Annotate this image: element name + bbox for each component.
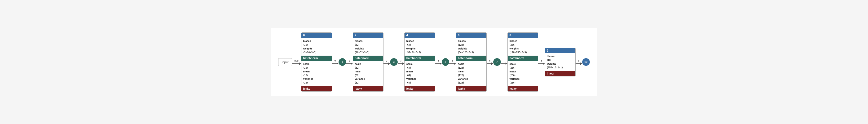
block-2-variance: variance⟨32⟩	[355, 77, 381, 85]
line-9	[576, 63, 580, 64]
arrowhead-1	[351, 62, 353, 65]
conn-6-7: 6	[487, 59, 493, 65]
conn-9-10: 9	[576, 59, 582, 65]
conn-1-2: 1	[346, 59, 353, 65]
block-4-batchnorm: batchnorm	[405, 56, 435, 61]
line-8	[538, 63, 543, 64]
block-8-biases: biases⟨256⟩	[509, 39, 536, 47]
conn-2-3: 2	[383, 59, 390, 65]
arrowhead-8	[543, 62, 545, 65]
edge-label-8: 8	[541, 59, 542, 62]
block-4-biases: biases⟨64⟩	[406, 39, 433, 47]
block-4-weights: weights⟨32×64×3×3⟩	[406, 47, 433, 55]
block-6-weights: weights⟨64×128×3×3⟩	[458, 47, 485, 55]
block-4-variance: variance⟨64⟩	[406, 77, 433, 85]
block-2: 2 biases⟨32⟩ weights⟨16×32×3×3⟩ batchnor…	[353, 32, 383, 92]
arrowhead-6	[491, 62, 493, 65]
block-8-weights: weights⟨128×256×3×3⟩	[509, 47, 536, 55]
block-4-id: 4	[405, 33, 435, 38]
block-2-leaky: leaky	[353, 86, 383, 91]
block-6: 6 biases⟨128⟩ weights⟨64×128×3×3⟩ batchn…	[456, 32, 487, 92]
block-0-batchnorm: batchnorm	[301, 56, 332, 61]
block-6-params: biases⟨128⟩ weights⟨64×128×3×3⟩	[456, 38, 487, 56]
node-9-linear: linear	[545, 71, 576, 76]
arrow-input: input	[292, 59, 301, 65]
block-6-id: 6	[456, 33, 487, 38]
block-8-id: 8	[508, 33, 538, 38]
block-0-scale1: scale⟨16⟩	[303, 62, 330, 70]
input-box: input	[278, 58, 292, 66]
conn-8-9: 8	[538, 59, 545, 65]
circle-node-10: 10	[582, 58, 590, 66]
block-0-scale: scale⟨16⟩ mean⟨16⟩ variance⟨16⟩	[301, 61, 332, 86]
line-2	[383, 63, 388, 64]
node-9-id: 9	[545, 48, 576, 53]
arrowhead-9	[580, 62, 582, 65]
line-6	[487, 63, 491, 64]
block-2-params: biases⟨32⟩ weights⟨16×32×3×3⟩	[353, 38, 383, 56]
arrowhead-5	[454, 62, 456, 65]
diagram: input input 0 biases⟨16⟩ weights⟨3×16×3×…	[271, 28, 597, 96]
edge-label-2: 2	[386, 59, 388, 62]
block-0-id: 0	[301, 33, 332, 38]
block-6-mean: mean⟨128⟩	[458, 70, 485, 78]
block-4-leaky: leaky	[405, 86, 435, 91]
line-7	[501, 63, 505, 64]
block-2-scale: scale⟨32⟩ mean⟨32⟩ variance⟨32⟩	[353, 61, 383, 86]
block-6-variance: variance⟨128⟩	[458, 77, 485, 85]
block-8-variance: variance⟨256⟩	[509, 77, 536, 85]
line-input	[292, 63, 299, 64]
node-9: 9 biases⟨18⟩ weights⟨256×18×1×1⟩ linear	[545, 48, 576, 76]
block-8-scale: scale⟨256⟩ mean⟨256⟩ variance⟨256⟩	[508, 61, 538, 86]
line-3	[398, 63, 402, 64]
line-5	[449, 63, 454, 64]
block-4: 4 biases⟨64⟩ weights⟨32×64×3×3⟩ batchnor…	[404, 32, 435, 92]
node-10-label: 10	[584, 60, 587, 64]
block-2-id: 2	[353, 33, 383, 38]
conn-4-5: 4	[435, 59, 442, 65]
line-1	[346, 63, 351, 64]
line-0	[332, 63, 337, 64]
block-0-variance: variance⟨16⟩	[303, 77, 330, 85]
conn-7-8: 7	[501, 59, 507, 65]
block-2-scale1: scale⟨32⟩	[355, 62, 381, 70]
arrowhead-4	[440, 62, 442, 65]
circle-node-1: 1	[339, 58, 346, 66]
block-2-mean: mean⟨32⟩	[355, 70, 381, 78]
block-6-scale1: scale⟨128⟩	[458, 62, 485, 70]
edge-label-0: 0	[335, 59, 336, 62]
block-6-leaky: leaky	[456, 86, 487, 91]
edge-label-6: 6	[489, 59, 491, 62]
block-8-mean: mean⟨256⟩	[509, 70, 536, 78]
node-9-biases: biases⟨18⟩	[547, 55, 574, 62]
block-6-biases: biases⟨128⟩	[458, 39, 485, 47]
arrowhead-7	[505, 62, 507, 65]
edge-label-1: 1	[349, 59, 350, 62]
block-2-weights: weights⟨16×32×3×3⟩	[355, 47, 381, 55]
node-9-weights: weights⟨256×18×1×1⟩	[547, 62, 574, 69]
edge-label-3: 3	[400, 59, 402, 62]
block-0-leaky: leaky	[301, 86, 332, 91]
arrowhead-3	[402, 62, 404, 65]
block-0-biases: biases⟨16⟩	[303, 39, 330, 47]
block-0-mean: mean⟨16⟩	[303, 70, 330, 78]
conn-5-6: 5	[449, 59, 456, 65]
arrowhead-2	[388, 62, 390, 65]
block-4-mean: mean⟨64⟩	[406, 70, 433, 78]
block-8-params: biases⟨256⟩ weights⟨128×256×3×3⟩	[508, 38, 538, 56]
block-2-batchnorm: batchnorm	[353, 56, 383, 61]
arrowhead-input	[299, 62, 301, 65]
edge-label-7: 7	[503, 59, 505, 62]
line-4	[435, 63, 440, 64]
circle-node-3: 3	[390, 58, 398, 66]
block-4-scale: scale⟨64⟩ mean⟨64⟩ variance⟨64⟩	[405, 61, 435, 86]
block-6-batchnorm: batchnorm	[456, 56, 487, 61]
block-6-scale: scale⟨128⟩ mean⟨128⟩ variance⟨128⟩	[456, 61, 487, 86]
block-2-biases: biases⟨32⟩	[355, 39, 381, 47]
block-0-params: biases⟨16⟩ weights⟨3×16×3×3⟩	[301, 38, 332, 56]
block-0-weights: weights⟨3×16×3×3⟩	[303, 47, 330, 55]
block-8-batchnorm: batchnorm	[508, 56, 538, 61]
arrowhead-0	[337, 62, 339, 65]
block-4-scale1: scale⟨64⟩	[406, 62, 433, 70]
arrow-label-input: input	[294, 59, 299, 62]
